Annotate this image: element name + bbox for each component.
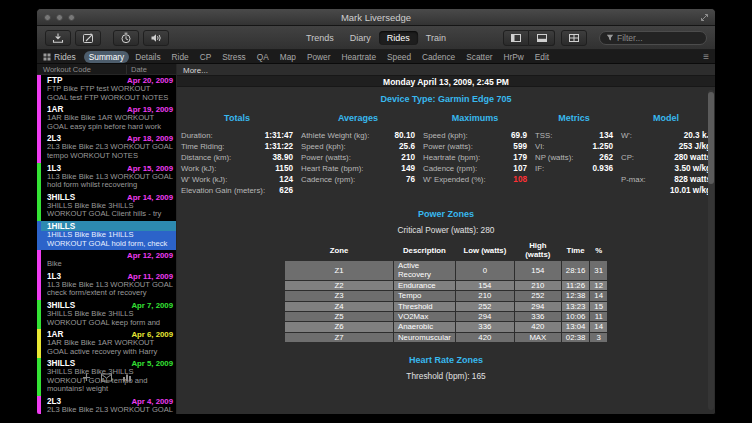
chart-icon[interactable]: [122, 373, 132, 382]
ride-color-strip: [37, 133, 41, 162]
scope-selector[interactable]: Rides: [43, 52, 76, 62]
scope-label: Rides: [54, 52, 76, 62]
analysis-tab[interactable]: Ride: [167, 51, 194, 63]
ride-description: 1L3 Bike Bike 1L3 WORKOUT GOAL hold form…: [47, 173, 173, 190]
minimize-button[interactable]: [56, 14, 63, 21]
zone-high-cell: 252: [515, 291, 561, 300]
zoom-button[interactable]: [68, 14, 75, 21]
zone-percent-cell: 3: [590, 333, 607, 342]
zone-low-cell: 336: [456, 322, 514, 331]
ride-list-item[interactable]: 2L3 Apr 18, 2009 2L3 Bike Bike 2L3 WORKO…: [37, 133, 176, 162]
mail-icon[interactable]: [101, 373, 112, 382]
filter-field[interactable]: [599, 31, 707, 45]
ride-list-item[interactable]: 1HILLS 1HILLS Bike Bike 1HILLS WORKOUT G…: [37, 221, 176, 250]
download-ride-button[interactable]: [45, 30, 71, 46]
analysis-tab[interactable]: HrPw: [499, 51, 529, 63]
analysis-tab[interactable]: Stress: [217, 51, 251, 63]
audio-button[interactable]: [143, 30, 169, 46]
metric-value: 280 watts: [674, 152, 711, 163]
close-button[interactable]: [44, 14, 51, 21]
ride-description: FTP Bike FTP test WORKOUT GOAL test FTP …: [47, 85, 173, 102]
metric-label: IF:: [535, 163, 544, 174]
zone-row: Z7 Neuromuscular 420 MAX 02:38 3: [285, 333, 607, 342]
ride-list-item[interactable]: 3HILLS Apr 7, 2009 3HILLS Bike Bike 3HIL…: [37, 300, 176, 329]
metric-value: 262: [599, 152, 613, 163]
ride-item-headline: Apr 12, 2009: [47, 251, 173, 260]
analysis-tab[interactable]: Power: [302, 51, 336, 63]
zone-description-cell: Endurance: [394, 281, 455, 290]
lowbar-toggle-button[interactable]: [529, 30, 555, 46]
ride-description: 1L3 Bike Bike 1L3 WORKOUT GOAL check for…: [47, 281, 173, 298]
zone-low-cell: 252: [456, 302, 514, 311]
analysis-tab[interactable]: Map: [275, 51, 301, 63]
metric-row: Speed (kph): 25.6: [301, 141, 415, 152]
fullscreen-button[interactable]: [699, 12, 709, 22]
add-icon[interactable]: [82, 373, 91, 382]
metric-value: 25.6: [399, 141, 415, 152]
manual-entry-button[interactable]: [75, 30, 101, 46]
ride-list-item[interactable]: FTP Apr 20, 2009 FTP Bike FTP test WORKO…: [37, 75, 176, 104]
speaker-icon: [150, 32, 162, 44]
metric-value: 599: [513, 141, 527, 152]
ride-description: 1AR Bike Bike 1AR WORKOUT GOAL easy spin…: [47, 114, 173, 131]
panel-left-icon: [510, 32, 522, 44]
metric-value: 1.250: [593, 141, 614, 152]
zone-cell: Z7: [285, 333, 393, 342]
timer-button[interactable]: [113, 30, 139, 46]
analysis-tab[interactable]: CP: [195, 51, 217, 63]
filter-input[interactable]: [617, 33, 700, 43]
tiled-view-button[interactable]: [561, 30, 587, 46]
metric-label: W' Expended (%):: [423, 174, 486, 185]
ride-color-strip: [37, 250, 41, 271]
scrollbar-track[interactable]: [708, 90, 714, 410]
view-tab[interactable]: Train: [418, 31, 454, 45]
column-header-workout-code[interactable]: Workout Code: [37, 65, 126, 74]
zone-row: Z4 Threshold 252 294 13:23 15: [285, 302, 607, 311]
ride-list-item[interactable]: 2L3 Apr 4, 2009 2L3 Bike Bike 2L3 WORKOU…: [37, 396, 176, 414]
compose-icon: [82, 32, 94, 44]
ride-list-item[interactable]: 1AR Apr 6, 2009 1AR Bike Bike 1AR WORKOU…: [37, 329, 176, 358]
overflow-menu-icon[interactable]: ≡: [703, 52, 709, 62]
ride-description: 3HILLS Bike Bike 3HILLS WORKOUT GOAL Cli…: [47, 202, 173, 219]
sidebar-toggle-button[interactable]: [503, 30, 529, 46]
ride-list-item[interactable]: Apr 12, 2009 Bike: [37, 250, 176, 271]
metric-value: 626: [279, 185, 293, 196]
critical-power-line: Critical Power (watts): 280: [185, 225, 707, 235]
zone-column-header: %: [590, 241, 607, 260]
analysis-tab[interactable]: Speed: [382, 51, 416, 63]
stopwatch-icon: [120, 32, 132, 44]
metric-value: 10.01 w/kg: [670, 185, 711, 196]
ride-list-item[interactable]: 3HILLS Apr 14, 2009 3HILLS Bike Bike 3HI…: [37, 192, 176, 221]
zone-description-cell: Tempo: [394, 291, 455, 300]
ride-list-item[interactable]: 1L3 Apr 11, 2009 1L3 Bike Bike 1L3 WORKO…: [37, 271, 176, 300]
more-link[interactable]: More...: [183, 66, 208, 75]
analysis-tab[interactable]: QA: [252, 51, 274, 63]
analysis-tab[interactable]: Cadence: [417, 51, 460, 63]
ride-color-strip: [37, 104, 41, 133]
ride-list-header: Workout Code Date: [37, 64, 176, 75]
window-title: Mark Liversedge: [37, 12, 715, 23]
metric-label: TSS:: [535, 130, 552, 141]
zone-percent-cell: 12: [590, 281, 607, 290]
view-tab[interactable]: Diary: [342, 31, 379, 45]
column-header-date[interactable]: Date: [126, 65, 176, 74]
view-tab[interactable]: Rides: [379, 31, 418, 45]
scrollbar-thumb[interactable]: [708, 92, 714, 184]
metrics-column: Metrics TSS: 134 VI: 1.250: [535, 113, 613, 196]
view-switcher: TrendsDiaryRidesTrain: [298, 31, 454, 45]
analysis-tab[interactable]: Scatter: [461, 51, 497, 63]
analysis-tab[interactable]: Edit: [530, 51, 554, 63]
analysis-tab[interactable]: Heartrate: [336, 51, 381, 63]
window-controls: [44, 14, 75, 21]
zone-low-cell: 420: [456, 333, 514, 342]
ride-color-strip: [37, 221, 41, 250]
toolbar-right-group: [503, 30, 707, 46]
ride-list-item[interactable]: 1AR Apr 19, 2009 1AR Bike Bike 1AR WORKO…: [37, 104, 176, 133]
view-tab[interactable]: Trends: [298, 31, 342, 45]
grid-icon: [43, 53, 51, 61]
analysis-tab[interactable]: Summary: [84, 51, 130, 63]
analysis-tab[interactable]: Details: [130, 51, 165, 63]
metric-row: Heartrate (bpm): 179: [423, 152, 527, 163]
maximums-column: Maximums Speed (kph): 69.9 Power (watts)…: [423, 113, 527, 196]
ride-list-item[interactable]: 1L3 Apr 15, 2009 1L3 Bike Bike 1L3 WORKO…: [37, 163, 176, 192]
